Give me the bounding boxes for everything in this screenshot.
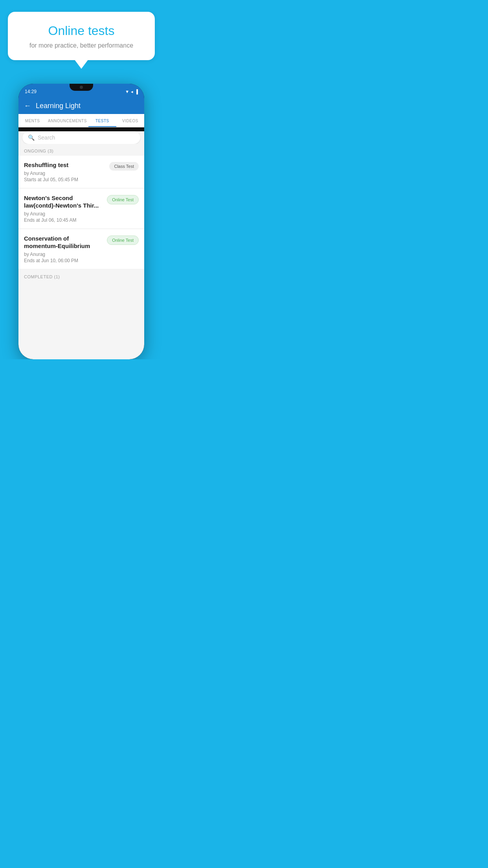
app-header-title: Learning Light: [36, 102, 81, 110]
test-title-conservation: Conservation of momentum-Equilibrium: [24, 235, 103, 250]
search-placeholder: Search: [38, 134, 55, 141]
bubble-subtitle: for more practice, better performance: [19, 42, 144, 49]
test-item-conservation[interactable]: Conservation of momentum-Equilibrium by …: [18, 229, 144, 269]
test-by-reshuffling: by Anurag: [24, 171, 105, 176]
tab-announcements[interactable]: ANNOUNCEMENTS: [46, 114, 88, 127]
test-title-newtons: Newton's Second law(contd)-Newton's Thir…: [24, 194, 103, 210]
battery-icon: ▐: [135, 89, 138, 94]
test-item-left-newtons: Newton's Second law(contd)-Newton's Thir…: [24, 194, 107, 223]
camera-notch: [80, 86, 83, 89]
test-by-conservation: by Anurag: [24, 252, 103, 257]
tab-tests[interactable]: TESTS: [88, 114, 116, 127]
test-item-left-reshuffling: Reshuffling test by Anurag Starts at Jul…: [24, 161, 109, 182]
phone-device: 14:29 ▼ ◂ ▐ ← Learning Light MENTS ANNOU…: [18, 84, 144, 359]
bubble-title: Online tests: [19, 24, 144, 38]
promo-section: Online tests for more practice, better p…: [0, 0, 163, 60]
test-by-newtons: by Anurag: [24, 211, 103, 217]
test-badge-conservation: Online Test: [107, 235, 139, 245]
search-bar[interactable]: 🔍 Search: [22, 131, 140, 144]
tab-bar: MENTS ANNOUNCEMENTS TESTS VIDEOS: [18, 114, 144, 127]
tab-videos[interactable]: VIDEOS: [116, 114, 144, 127]
tab-ments[interactable]: MENTS: [18, 114, 46, 127]
wifi-icon: ▼: [125, 89, 129, 94]
test-badge-newtons: Online Test: [107, 195, 139, 204]
signal-icon: ◂: [131, 89, 133, 94]
test-badge-reshuffling: Class Test: [109, 162, 139, 171]
notch: [70, 84, 93, 91]
search-icon: 🔍: [28, 134, 35, 141]
test-date-reshuffling: Starts at Jul 05, 05:45 PM: [24, 177, 105, 182]
test-item-left-conservation: Conservation of momentum-Equilibrium by …: [24, 235, 107, 263]
status-time: 14:29: [25, 89, 37, 94]
screen-content: 🔍 Search ONGOING (3) Reshuffling test by…: [18, 131, 144, 359]
test-title-reshuffling: Reshuffling test: [24, 161, 105, 169]
phone-mockup-wrapper: 14:29 ▼ ◂ ▐ ← Learning Light MENTS ANNOU…: [0, 84, 163, 359]
test-item-reshuffling[interactable]: Reshuffling test by Anurag Starts at Jul…: [18, 156, 144, 188]
ongoing-section-header: ONGOING (3): [18, 144, 144, 156]
completed-section-header: COMPLETED (1): [18, 270, 144, 281]
speech-bubble: Online tests for more practice, better p…: [8, 12, 155, 60]
test-date-conservation: Ends at Jun 10, 06:00 PM: [24, 258, 103, 263]
app-header: ← Learning Light: [18, 98, 144, 114]
test-item-newtons[interactable]: Newton's Second law(contd)-Newton's Thir…: [18, 189, 144, 229]
test-date-newtons: Ends at Jul 06, 10:45 AM: [24, 217, 103, 223]
status-bar: 14:29 ▼ ◂ ▐: [18, 84, 144, 98]
back-button[interactable]: ←: [24, 102, 31, 110]
status-icons: ▼ ◂ ▐: [125, 89, 138, 94]
